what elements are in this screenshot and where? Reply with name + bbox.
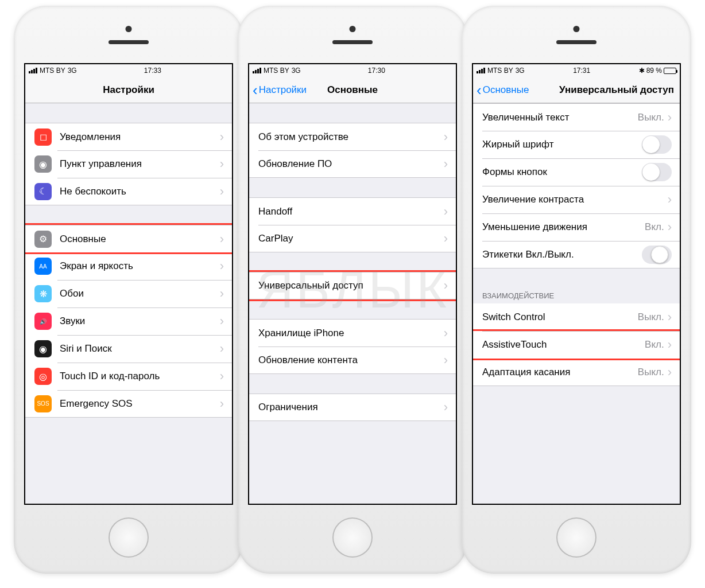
settings-row[interactable]: ◻Уведомления› [25,123,232,150]
screen: MTS BY 3G17:33Настройки◻Уведомления›◉Пун… [24,63,233,505]
settings-row[interactable]: Ограничения› [249,394,456,421]
toggle[interactable] [642,246,672,264]
settings-row[interactable]: ◉Пункт управления› [25,150,232,178]
settings-row[interactable]: Адаптация касанияВыкл.› [473,359,680,386]
phone-1: MTS BY 3G17:30‹НастройкиОсновныеОб этом … [238,6,467,574]
row-label: AssistiveTouch [482,339,645,351]
chevron-right-icon: › [444,353,448,368]
settings-row[interactable]: Увеличенный текстВыкл.› [473,103,680,131]
settings-group: Ограничения› [249,394,456,421]
settings-row[interactable]: ◉Siri и Поиск› [25,335,232,363]
back-label: Настройки [259,84,307,96]
settings-row[interactable]: ❋Обои› [25,280,232,307]
settings-row[interactable]: CarPlay› [249,225,456,252]
settings-row[interactable]: Switch ControlВыкл.› [473,303,680,331]
chevron-right-icon: › [668,220,672,235]
row-label: Об этом устройстве [258,131,444,143]
home-button[interactable] [109,517,149,558]
settings-row[interactable]: ◎Touch ID и код-пароль› [25,363,232,390]
home-button[interactable] [556,517,596,558]
settings-row[interactable]: Handoff› [249,197,456,225]
row-icon: ❋ [34,285,52,302]
chevron-right-icon: › [220,157,224,172]
row-label: Экран и яркость [60,260,220,272]
settings-row[interactable]: Хранилище iPhone› [249,319,456,346]
status-bar: MTS BY 3G17:30 [249,64,456,77]
settings-row[interactable]: Об этом устройстве› [249,123,456,150]
settings-row[interactable]: Жирный шрифт [473,131,680,158]
row-value: Вкл. [645,339,664,351]
nav-bar: Настройки [25,77,232,103]
page-title: Основные [327,84,378,96]
row-icon: ☾ [34,183,52,200]
settings-row[interactable]: Формы кнопок [473,158,680,186]
chevron-right-icon: › [220,184,224,199]
settings-row[interactable]: SOSEmergency SOS› [25,390,232,418]
chevron-right-icon: › [220,232,224,247]
chevron-right-icon: › [444,204,448,219]
chevron-right-icon: › [668,310,672,325]
signal-icon [477,68,485,73]
row-label: Siri и Поиск [60,343,220,355]
settings-row[interactable]: Увеличение контраста› [473,186,680,213]
row-value: Выкл. [638,311,664,323]
row-icon: ◉ [34,340,52,357]
chevron-right-icon: › [444,400,448,415]
phone-2: MTS BY 3G17:31✱89 %‹ОсновныеУниверсальны… [462,6,691,574]
network: 3G [516,67,525,75]
toggle[interactable] [642,163,672,181]
back-button[interactable]: ‹Настройки [249,83,307,98]
settings-row[interactable]: AAЭкран и яркость› [25,252,232,280]
row-label: Формы кнопок [482,166,642,178]
status-bar: MTS BY 3G17:31✱89 % [473,64,680,77]
row-label: Уменьшение движения [482,221,645,233]
row-label: Адаптация касания [482,367,638,378]
page-title: Универсальный доступ [559,84,674,96]
chevron-right-icon: › [220,369,224,384]
settings-group: Увеличенный текстВыкл.›Жирный шрифтФормы… [473,103,680,268]
settings-row[interactable]: ☾Не беспокоить› [25,178,232,205]
row-label: Не беспокоить [60,186,220,197]
settings-row[interactable]: Этикетки Вкл./Выкл. [473,241,680,268]
back-button[interactable]: ‹Основные [473,83,529,98]
row-icon: ◻ [34,128,52,146]
group-header: ВЗАИМОДЕЙСТВИЕ [473,288,680,303]
chevron-right-icon: › [220,286,224,301]
page-title: Настройки [103,84,154,96]
settings-group: Универсальный доступ› [249,272,456,299]
row-label: Увеличенный текст [482,112,638,123]
row-label: Handoff [258,206,444,217]
home-button[interactable] [332,517,373,558]
screen: MTS BY 3G17:31✱89 %‹ОсновныеУниверсальны… [472,63,681,505]
row-label: Основные [60,233,220,245]
settings-row[interactable]: Обновление контента› [249,346,456,374]
settings-row[interactable]: AssistiveTouchВкл.› [473,331,680,359]
settings-row[interactable]: Обновление ПО› [249,150,456,178]
clock: 17:30 [368,67,385,75]
carrier: MTS BY [40,67,65,75]
row-label: Хранилище iPhone [258,328,444,339]
row-label: Увеличение контраста [482,194,668,205]
battery-pct: 89 % [646,67,662,75]
chevron-right-icon: › [668,337,672,352]
toggle[interactable] [642,135,672,154]
row-value: Выкл. [638,367,664,378]
chevron-right-icon: › [668,192,672,207]
content: Увеличенный текстВыкл.›Жирный шрифтФормы… [473,103,680,504]
chevron-right-icon: › [444,326,448,341]
settings-row[interactable]: Уменьшение движенияВкл.› [473,213,680,241]
settings-row[interactable]: 🔊Звуки› [25,307,232,335]
chevron-right-icon: › [668,365,672,380]
row-icon: AA [34,258,52,275]
row-label: Жирный шрифт [482,139,642,150]
row-icon: SOS [34,395,52,412]
row-value: Вкл. [645,221,664,233]
chevron-right-icon: › [444,278,448,293]
settings-row[interactable]: ⚙Основные› [25,225,232,252]
settings-group: ◻Уведомления›◉Пункт управления›☾Не беспо… [25,123,232,205]
settings-row[interactable]: Универсальный доступ› [249,272,456,299]
screen: MTS BY 3G17:30‹НастройкиОсновныеОб этом … [248,63,457,505]
row-label: Emergency SOS [60,398,220,410]
row-label: Обновление ПО [258,158,444,170]
chevron-right-icon: › [444,130,448,145]
